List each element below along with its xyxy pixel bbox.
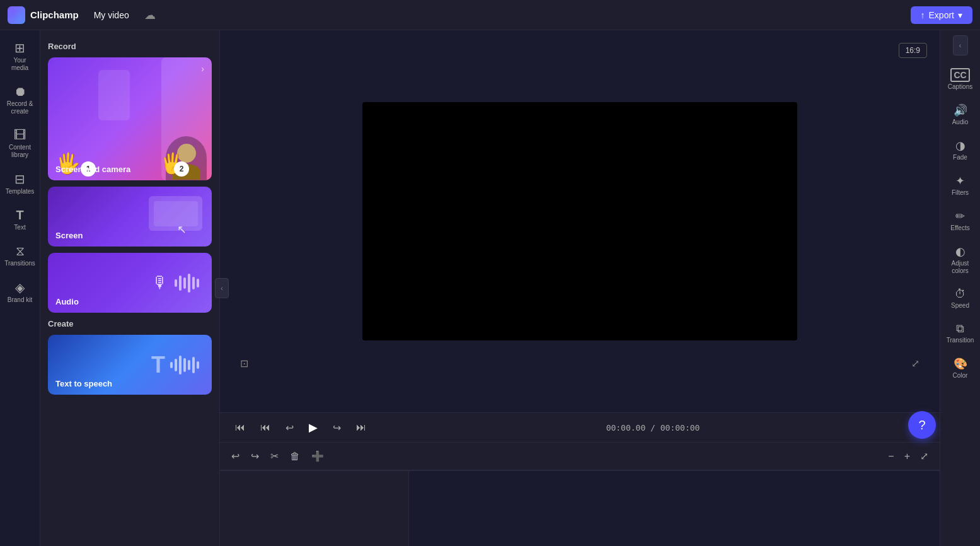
- app-name: Clipchamp: [30, 9, 79, 20]
- redo-button[interactable]: ↪: [247, 448, 263, 465]
- tts-bar-5: [188, 360, 190, 370]
- left-sidebar: ⊞ Your media ⏺ Record & create 🎞 Content…: [0, 30, 40, 546]
- current-time: 00:00.00: [606, 423, 646, 433]
- record-section-title: Record: [48, 42, 212, 51]
- speed-icon: ⏱: [955, 288, 966, 301]
- right-item-filters[interactable]: ✦ Filters: [943, 169, 978, 202]
- screen-card[interactable]: ↖ Screen: [48, 187, 212, 247]
- skip-back-button[interactable]: ⏮: [230, 419, 250, 436]
- badge-2: 2: [174, 161, 189, 177]
- screen-decoration: [98, 70, 130, 120]
- wave-bar-2: [179, 276, 182, 291]
- center-area: 16:9 ⊡ ⤢ ⏮ ⏮ ↩ ▶ ↪ ⏭ 00:00.00 / 00:00:00…: [220, 30, 940, 546]
- tts-bar-6: [192, 357, 195, 373]
- video-title[interactable]: My video: [86, 8, 137, 23]
- right-item-audio[interactable]: 🔊 Audio: [943, 98, 978, 131]
- frame-forward-button[interactable]: ↪: [328, 419, 346, 436]
- right-sidebar: ‹ CC Captions 🔊 Audio ◑ Fade ✦ Filters ✏…: [940, 30, 980, 546]
- svg-rect-0: [11, 10, 21, 20]
- time-display: 00:00.00 / 00:00:00: [606, 423, 700, 433]
- captions-icon: CC: [950, 68, 969, 82]
- video-canvas: [362, 102, 797, 340]
- tts-bar-4: [183, 358, 186, 372]
- rewind-button[interactable]: ⏮: [255, 419, 275, 436]
- export-button[interactable]: ↑ Export ▾: [911, 6, 972, 24]
- sidebar-item-text[interactable]: T Text: [3, 203, 38, 236]
- zoom-in-button[interactable]: +: [901, 448, 914, 465]
- logo-icon: [8, 6, 25, 24]
- topbar: Clipchamp My video ☁ ↑ Export ▾: [0, 0, 980, 30]
- card-arrow-icon: ›: [201, 64, 204, 74]
- panel-wrapper: Record 🖐 🖐 1 2: [40, 30, 220, 546]
- add-to-timeline-button[interactable]: ➕: [308, 448, 328, 465]
- timeline-track[interactable]: [409, 470, 940, 546]
- frame-back-button[interactable]: ↩: [280, 419, 299, 436]
- sidebar-item-content-library[interactable]: 🎞 Content library: [3, 123, 38, 164]
- time-separator: /: [650, 423, 660, 433]
- cursor-icon: ↖: [177, 223, 187, 236]
- total-time: 00:00:00: [660, 423, 700, 433]
- sidebar-item-templates[interactable]: ⊟ Templates: [3, 166, 38, 200]
- zoom-controls: − + ⤢: [884, 448, 932, 465]
- templates-icon: ⊟: [14, 171, 25, 187]
- delete-button[interactable]: 🗑: [286, 448, 304, 465]
- tts-bar-7: [197, 361, 199, 369]
- wave-bar-3: [183, 277, 186, 289]
- skip-forward-button[interactable]: ⏭: [351, 419, 371, 436]
- screen-mockup-decoration: [149, 196, 202, 231]
- text-icon: T: [16, 208, 23, 223]
- cloud-save-icon: ☁: [144, 8, 156, 22]
- right-item-color[interactable]: 🎨 Color: [943, 352, 978, 385]
- right-item-adjust-colors[interactable]: ◐ Adjust colors: [943, 240, 978, 280]
- text-to-speech-card[interactable]: T Text to speech: [48, 335, 212, 395]
- playback-controls: ⏮ ⏮ ↩ ▶ ↪ ⏭ 00:00.00 / 00:00:00: [220, 412, 940, 443]
- right-sidebar-collapse-button[interactable]: ‹: [953, 35, 968, 55]
- play-button[interactable]: ▶: [304, 418, 323, 437]
- tts-label: Text to speech: [55, 379, 112, 388]
- screen-inner: [154, 201, 198, 226]
- create-section-title: Create: [48, 319, 212, 328]
- right-item-speed[interactable]: ⏱ Speed: [943, 282, 978, 315]
- wave-bar-4: [188, 274, 190, 293]
- sidebar-item-your-media[interactable]: ⊞ Your media: [3, 35, 38, 77]
- wave-bar-5: [192, 277, 195, 289]
- right-item-transition[interactable]: ⧉ Transition: [943, 317, 978, 349]
- screen-label: Screen: [55, 231, 83, 240]
- transitions-icon: ⧖: [16, 244, 25, 258]
- record-icon: ⏺: [14, 84, 26, 99]
- sidebar-item-record-create[interactable]: ⏺ Record & create: [3, 79, 38, 120]
- screen-camera-card[interactable]: 🖐 🖐 1 2 › Screen and camera: [48, 57, 212, 180]
- aspect-ratio-badge[interactable]: 16:9: [899, 43, 927, 58]
- brand-kit-icon: ◈: [15, 280, 25, 295]
- record-panel: Record 🖐 🖐 1 2: [40, 30, 220, 546]
- effects-icon: ✏: [955, 209, 965, 223]
- undo-button[interactable]: ↩: [228, 448, 243, 465]
- wave-bar-6: [197, 279, 199, 288]
- right-item-fade[interactable]: ◑ Fade: [943, 134, 978, 166]
- library-icon: 🎞: [14, 128, 26, 142]
- transition-icon: ⧉: [956, 322, 964, 335]
- wave-bars: [175, 274, 199, 293]
- timeline-left-panel: [220, 470, 409, 546]
- cut-button[interactable]: ✂: [267, 448, 282, 465]
- fit-zoom-button[interactable]: ⤢: [916, 448, 932, 465]
- right-item-captions[interactable]: CC Captions: [943, 63, 978, 96]
- timeline-toolbar: ↩ ↪ ✂ 🗑 ➕ − + ⤢: [220, 443, 940, 470]
- fullscreen-icon[interactable]: ⤢: [911, 357, 919, 369]
- adjust-colors-icon: ◐: [955, 245, 966, 258]
- help-button[interactable]: ?: [908, 411, 936, 439]
- panel-collapse-button[interactable]: ‹: [215, 278, 229, 298]
- app-logo[interactable]: Clipchamp: [8, 6, 79, 24]
- sidebar-item-brand-kit[interactable]: ◈ Brand kit: [3, 275, 38, 309]
- tts-bar-2: [175, 359, 177, 371]
- color-icon: 🎨: [954, 357, 967, 371]
- grid-icon: ⊞: [14, 40, 25, 55]
- caption-toggle-icon[interactable]: ⊡: [240, 357, 248, 369]
- sidebar-item-transitions[interactable]: ⧖ Transitions: [3, 239, 38, 272]
- zoom-out-button[interactable]: −: [884, 448, 897, 465]
- screen-camera-card-inner: 🖐 🖐 1 2: [48, 57, 212, 180]
- right-item-effects[interactable]: ✏ Effects: [943, 204, 978, 237]
- main-layout: ⊞ Your media ⏺ Record & create 🎞 Content…: [0, 30, 980, 546]
- wave-bar-1: [175, 279, 177, 287]
- audio-record-card[interactable]: 🎙 Audio: [48, 253, 212, 313]
